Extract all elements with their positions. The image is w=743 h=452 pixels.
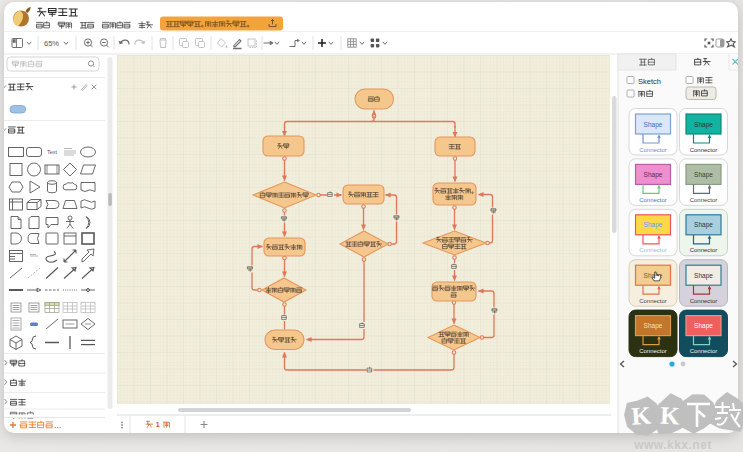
svg-text:K: K (660, 402, 681, 430)
svg-text:www.kkx.net: www.kkx.net (633, 438, 712, 452)
svg-text:K: K (630, 401, 652, 429)
